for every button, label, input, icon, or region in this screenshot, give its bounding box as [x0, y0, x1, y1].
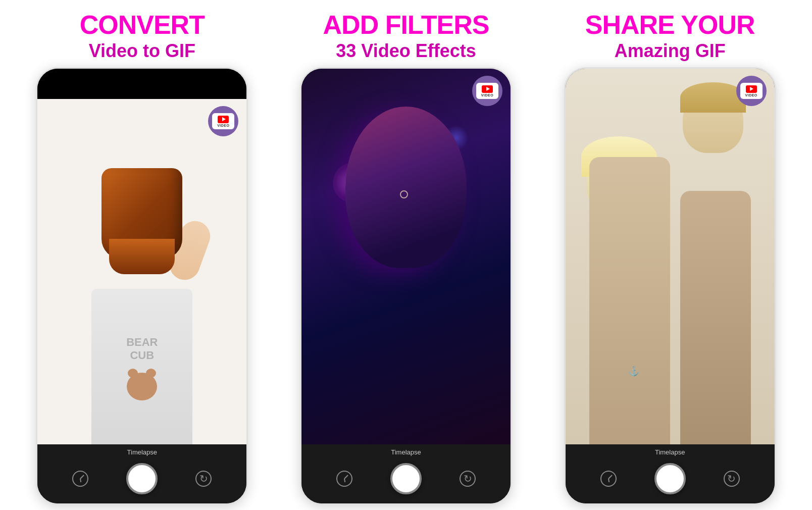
timer-icon-share [600, 471, 617, 487]
timelapse-label-share: Timelapse [566, 448, 775, 460]
shutter-button-share[interactable] [654, 463, 686, 494]
video-badge-share[interactable]: VIDEO [736, 76, 767, 106]
flip-ctrl-share[interactable] [722, 469, 741, 488]
flip-icon-filters [460, 471, 476, 487]
photo-bg-filters: VIDEO [301, 69, 511, 444]
video-badge-text: VIDEO [217, 124, 229, 127]
sweater-text: BEARCUB [126, 336, 158, 363]
photo-area-filters: VIDEO [301, 69, 511, 444]
video-badge-text-f: VIDEO [481, 93, 493, 97]
couple-figures [584, 107, 756, 444]
flip-icon-convert [195, 471, 212, 487]
youtube-icon-f [482, 85, 493, 93]
video-badge-inner-s: VIDEO [740, 83, 763, 99]
dino-body [102, 168, 182, 259]
video-badge-inner-f: VIDEO [476, 83, 498, 99]
youtube-icon-s [746, 85, 757, 93]
timer-icon-convert [72, 471, 88, 487]
phone-title-share: SHARE YOUR Amazing GIF [575, 5, 765, 67]
phone-frame-share: ⚓ VIDEO Timelapse [564, 67, 776, 505]
phone-bottom-share: Timelapse [566, 444, 775, 503]
dino-scene: BEARCUB [37, 99, 246, 444]
phone-header-convert [37, 69, 246, 99]
phone-title-filters: ADD FILTERS 33 Video Effects [313, 5, 499, 67]
nose-ring [400, 190, 408, 198]
photo-bg-convert: BEARCUB [37, 99, 246, 444]
couple-scene: ⚓ [566, 69, 775, 444]
yt-play-icon [222, 117, 226, 121]
timelapse-label-filters: Timelapse [301, 448, 511, 460]
woman-face-shape [345, 107, 467, 268]
child-sweater: BEARCUB [91, 289, 192, 444]
timer-icon-filters [336, 471, 352, 487]
screenshots-container: CONVERT Video to GIF BEARC [0, 0, 812, 510]
phone-bottom-convert: Timelapse [37, 444, 246, 503]
phone-title-convert: CONVERT Video to GIF [70, 5, 215, 67]
photo-area-convert: BEARCUB [37, 99, 246, 444]
yt-play-icon-f [486, 87, 490, 91]
video-badge-filters[interactable]: VIDEO [472, 76, 502, 106]
title-convert-line1: CONVERT [80, 10, 205, 40]
woman-face-scene [301, 69, 511, 444]
title-filters-line2: 33 Video Effects [323, 40, 489, 61]
timer-ctrl-convert[interactable] [71, 469, 90, 488]
bear-ear-right [146, 369, 156, 378]
flip-ctrl-filters[interactable] [458, 469, 477, 488]
anchor-tattoo: ⚓ [628, 366, 639, 377]
photo-bg-share: ⚓ VIDEO [566, 69, 775, 444]
title-filters-line1: ADD FILTERS [323, 10, 489, 40]
timer-ctrl-filters[interactable] [335, 469, 354, 488]
flip-ctrl-convert[interactable] [194, 469, 213, 488]
phone-frame-filters: VIDEO Timelapse [300, 67, 512, 505]
photo-area-share: ⚓ VIDEO [566, 69, 775, 444]
video-badge-inner: VIDEO [212, 113, 234, 129]
figure-male [589, 157, 670, 444]
video-badge-text-s: VIDEO [745, 93, 757, 97]
phone-card-filters: ADD FILTERS 33 Video Effects [274, 5, 538, 505]
shutter-button-convert[interactable] [126, 463, 158, 494]
phone-bottom-filters: Timelapse [301, 444, 511, 503]
phone-card-convert: CONVERT Video to GIF BEARC [10, 5, 274, 505]
shutter-button-filters[interactable] [390, 463, 422, 494]
timelapse-label-convert: Timelapse [37, 448, 246, 460]
camera-controls-convert [37, 460, 246, 497]
bear-ear-left [128, 369, 138, 378]
camera-controls-filters [301, 460, 511, 497]
bear-graphic [122, 373, 162, 413]
timer-ctrl-share[interactable] [599, 469, 618, 488]
camera-controls-share [566, 460, 775, 497]
title-convert-line2: Video to GIF [80, 40, 205, 61]
title-share-line2: Amazing GIF [585, 40, 755, 61]
bear-head [127, 373, 157, 400]
dino-snout [109, 239, 175, 274]
dino-mask [102, 168, 182, 259]
yt-play-icon-s [750, 87, 753, 91]
figure-female [680, 191, 751, 444]
flip-icon-share [724, 471, 740, 487]
phone-card-share: SHARE YOUR Amazing GIF [538, 5, 802, 505]
title-share-line1: SHARE YOUR [585, 10, 755, 40]
phone-frame-convert: BEARCUB [36, 67, 248, 505]
youtube-icon [218, 116, 229, 123]
